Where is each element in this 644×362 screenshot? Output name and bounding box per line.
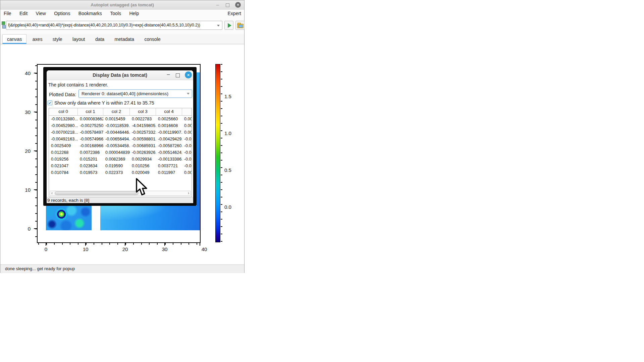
open-file-button[interactable]: [235, 21, 245, 30]
menu-help[interactable]: Help: [126, 10, 142, 17]
table-cell: -0.00656494...: [103, 136, 130, 142]
expert-toggle[interactable]: Expert: [228, 11, 241, 16]
table-cell: -0.00685931...: [130, 142, 156, 149]
table-cell: -0.0: [182, 156, 192, 163]
table-cell: 0.000083662: [78, 116, 103, 122]
column-header[interactable]: col 1: [78, 108, 103, 115]
table-row[interactable]: 0.0122680.00723860.000044839-0.00263926.…: [49, 149, 192, 156]
table-row[interactable]: -0.00452980...-0.00275250...-0.00118539.…: [49, 122, 192, 129]
column-header[interactable]: col 0: [49, 108, 78, 115]
scrollbar-thumb[interactable]: [55, 191, 139, 195]
status-message: done sleeping... get ready for popup: [0, 265, 244, 273]
table-cell: 0.0029934: [130, 156, 156, 163]
tab-layout[interactable]: layout: [68, 35, 89, 44]
plotted-data-select[interactable]: Renderer 0: dataset[40,40] (dimensionles…: [78, 89, 192, 98]
window-maximize-icon[interactable]: [226, 3, 229, 7]
chevron-down-icon[interactable]: [217, 25, 220, 26]
table-row[interactable]: 0.0107840.0195730.0223730.0200490.011997…: [49, 169, 192, 176]
table-row[interactable]: 0.0025409-0.00168966...-0.00534458...-0.…: [49, 142, 192, 149]
table-cell: 0.00: [182, 169, 192, 176]
data-table[interactable]: col 0 col 1 col 2 col 3 col 4 -0.0013288…: [49, 108, 192, 197]
table-cell: -0.00133386...: [156, 156, 182, 163]
window-minimize-icon[interactable]: –: [215, 0, 220, 10]
table-cell: -0.00534458...: [103, 142, 130, 149]
table-cell: 0.010256: [130, 163, 156, 169]
tab-canvas[interactable]: canvas: [2, 34, 26, 44]
table-cell: -0.00598801...: [130, 136, 156, 142]
table-row[interactable]: 0.0210470.0236340.0195900.0102560.003772…: [49, 163, 192, 169]
table-cell: 0.020049: [130, 169, 156, 176]
table-cell: -0.0: [182, 149, 192, 156]
x-tick-label: 10: [79, 246, 92, 252]
table-cell: 0.0037721: [156, 163, 182, 169]
column-header[interactable]: col 3: [130, 108, 156, 115]
menu-edit[interactable]: Edit: [16, 10, 31, 17]
dialog-minimize-icon[interactable]: –: [166, 70, 171, 78]
dialog-titlebar[interactable]: Display Data (as tomcat) – ×: [47, 70, 193, 80]
go-plot-button[interactable]: [224, 21, 233, 30]
colorbar-tick-label: 1.0: [224, 130, 238, 136]
column-header[interactable]: col 2: [103, 108, 130, 115]
table-cell: -0.0: [182, 142, 192, 149]
table-row[interactable]: 0.0192560.0152010.00823690.0029934-0.001…: [49, 156, 192, 163]
uri-address-value[interactable]: l)&ripples(40,40)+rand(40,40)*(exp(-dist…: [8, 21, 215, 29]
scroll-left-icon[interactable]: ‹: [50, 191, 54, 195]
colorbar-ticks: [221, 64, 222, 242]
tab-data[interactable]: data: [91, 35, 109, 44]
tab-console[interactable]: console: [140, 35, 165, 44]
y-tick-label: 0: [18, 226, 31, 231]
table-cell: -0.00587260...: [156, 142, 182, 149]
filter-checkbox[interactable]: ✔: [48, 101, 52, 105]
table-cell: 0.000044839: [103, 149, 130, 156]
table-cell: 0.011997: [156, 169, 182, 176]
tab-style[interactable]: style: [48, 35, 67, 44]
dialog-maximize-icon[interactable]: [176, 73, 180, 77]
menu-bookmarks[interactable]: Bookmarks: [75, 10, 105, 17]
dialog-close-icon[interactable]: ×: [185, 71, 192, 78]
table-cell: 0.019590: [103, 163, 130, 169]
datasource-indicator-icon: [2, 21, 6, 29]
colorbar[interactable]: [215, 64, 220, 242]
table-cell: 0.019256: [49, 156, 78, 163]
plotted-data-value: Renderer 0: dataset[40,40] (dimensionles…: [82, 90, 185, 98]
uri-address-combobox[interactable]: l)&ripples(40,40)+rand(40,40)*(exp(-dist…: [6, 21, 222, 30]
table-cell: 0.021047: [49, 163, 78, 169]
table-cell: -0.00168966...: [78, 142, 103, 149]
x-axis-minor-ticks: [38, 243, 201, 245]
tab-metadata[interactable]: metadata: [110, 35, 139, 44]
menu-options[interactable]: Options: [51, 10, 73, 17]
menu-tools[interactable]: Tools: [107, 10, 124, 17]
table-row[interactable]: -0.00700218...-0.00578497...-0.00446446.…: [49, 129, 192, 136]
play-icon: [228, 23, 231, 28]
y-tick-label: 10: [18, 187, 31, 192]
table-cell: 0.0072386: [78, 149, 103, 156]
table-row[interactable]: -0.00492163...-0.00574966...-0.00656494.…: [49, 136, 192, 142]
scroll-right-icon[interactable]: ›: [186, 191, 191, 195]
menu-view[interactable]: View: [33, 10, 49, 17]
x-tick-label: 20: [119, 246, 131, 252]
table-cell: -0.00514624...: [156, 149, 182, 156]
menu-file[interactable]: File: [0, 10, 15, 17]
window-close-icon[interactable]: ×: [235, 2, 241, 8]
table-row[interactable]: -0.00132880...0.0000836620.00154590.0022…: [49, 116, 192, 122]
tab-axes[interactable]: axes: [28, 35, 47, 44]
table-body: -0.00132880...0.0000836620.00154590.0022…: [49, 116, 192, 176]
table-cell: -4.04159805...: [130, 122, 156, 129]
column-header[interactable]: col 4: [156, 108, 182, 115]
table-cell: -0.00492163...: [49, 136, 78, 142]
filter-checkbox-label[interactable]: Show only data where Y is within 27.41 t…: [54, 100, 154, 106]
horizontal-scrollbar[interactable]: ‹ ›: [50, 191, 191, 196]
table-cell: -0.00132880...: [49, 116, 78, 122]
x-tick-label: 40: [198, 246, 210, 252]
autoplot-window: Autoplot untagged (as tomcat) – × File E…: [0, 0, 245, 273]
table-cell: 0.012268: [49, 149, 78, 156]
window-titlebar[interactable]: Autoplot untagged (as tomcat) – ×: [0, 0, 244, 10]
table-cell: -0.00578497...: [78, 129, 103, 136]
table-cell: -0.0: [182, 163, 192, 169]
column-header[interactable]: [182, 108, 192, 115]
table-cell: -0.00263926...: [130, 149, 156, 156]
colorbar-tick-label: 0.0: [224, 204, 238, 209]
colorbar-tick-label: 0.5: [224, 167, 238, 173]
table-cell: -0.00446446...: [103, 129, 130, 136]
records-status-text: 9 records, each is [8]: [47, 197, 193, 203]
